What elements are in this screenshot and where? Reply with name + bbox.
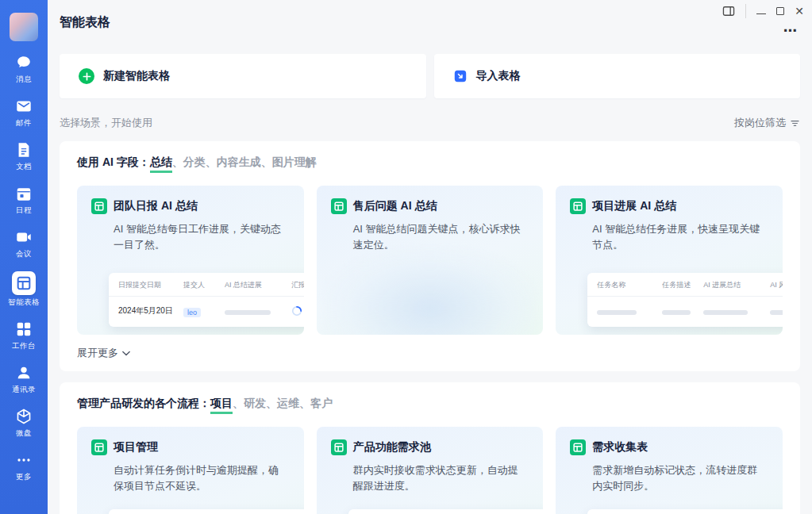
import-table-button[interactable]: 导入表格: [434, 54, 801, 98]
scene-bar: 选择场景，开始使用 按岗位筛选: [60, 116, 800, 130]
tag-rd[interactable]: 研发: [244, 397, 266, 411]
sidebar-item-messages[interactable]: 消息: [0, 53, 48, 85]
main-area: ✕ 智能表格 ⋯ 新建智能表格 导入表格 选择场景，开始使用 按岗位筛选: [48, 0, 812, 514]
tag-ops[interactable]: 运维: [277, 397, 299, 411]
tag-separator: 、: [172, 155, 183, 170]
tag-separator: 、: [261, 155, 272, 170]
card-description: AI 智能总结任务进展，快速呈现关键节点。: [592, 221, 765, 253]
smart-table-icon: [12, 271, 36, 295]
sidebar-item-mail[interactable]: 邮件: [0, 97, 48, 128]
sidebar-item-drive[interactable]: 微盘: [0, 407, 48, 439]
preview-date-cell: 2024年5月20日: [118, 305, 183, 316]
card-table-preview: [109, 509, 304, 514]
card-title: 项目管理: [114, 440, 158, 455]
scene-hint: 选择场景，开始使用: [60, 116, 152, 130]
card-description: 需求新增自动标记状态，流转进度群内实时同步。: [592, 462, 765, 494]
card-table-preview: 任务名称 任务描述 AI 进展总结 AI 风: [587, 273, 783, 327]
sidebar-item-meeting[interactable]: 会议: [0, 228, 48, 259]
card-row: 团队日报 AI 总结 AI 智能总结每日工作进展，关键动态一目了然。 日报提交日…: [77, 186, 783, 335]
tag-separator: 、: [266, 397, 277, 411]
import-table-label: 导入表格: [476, 69, 521, 83]
card-table-preview: [587, 509, 783, 514]
filter-by-role-button[interactable]: 按岗位筛选: [734, 116, 800, 130]
sidebar-item-docs[interactable]: 文档: [0, 140, 48, 172]
calendar-icon: [14, 184, 33, 203]
card-title: 需求收集表: [592, 440, 648, 455]
sidebar-item-contacts[interactable]: 通讯录: [0, 363, 48, 395]
window-panel-icon[interactable]: [722, 4, 735, 18]
section-heading: 使用 AI 字段： 总结 、 分类 、 内容生成 、 图片理解: [77, 155, 783, 173]
sidebar-item-more[interactable]: 更多: [0, 451, 48, 482]
heading-prefix: 使用 AI 字段：: [77, 155, 150, 170]
preview-progress-cell: [225, 304, 291, 318]
preview-bar-cell: [662, 304, 703, 318]
page-title: 智能表格: [60, 14, 110, 31]
sidebar-item-label: 工作台: [12, 341, 36, 351]
preview-header-cell: 日报提交日期: [118, 280, 183, 290]
tag-classify[interactable]: 分类: [183, 155, 206, 170]
preview-header-cell: 提交人: [183, 280, 225, 290]
tag-separator: 、: [233, 397, 244, 411]
scene-card-project-mgmt[interactable]: 项目管理 自动计算任务倒计时与逾期提醒，确保项目节点不延误。: [77, 427, 304, 514]
tag-separator: 、: [206, 155, 217, 170]
preview-bar-cell: [597, 304, 662, 318]
expand-more-label: 展开更多: [77, 346, 118, 360]
import-icon: [453, 69, 468, 83]
scene-card-daily-report[interactable]: 团队日报 AI 总结 AI 智能总结每日工作进展，关键动态一目了然。 日报提交日…: [77, 186, 304, 335]
heading-prefix: 管理产品研发的各个流程：: [77, 397, 210, 411]
ai-progress-spinner-icon: [291, 305, 304, 316]
tag-content-gen[interactable]: 内容生成: [217, 155, 261, 170]
scene-card-requirement-collect[interactable]: 需求收集表 需求新增自动标记状态，流转进度群内实时同步。: [556, 427, 783, 514]
section-rd-flows: 管理产品研发的各个流程： 项目 、 研发 、 运维 、 客户 项目管理 自动计算…: [60, 382, 800, 514]
filter-label: 按岗位筛选: [734, 116, 786, 130]
preview-header-cell: AI 风: [770, 280, 783, 290]
sidebar-item-label: 邮件: [16, 118, 32, 128]
new-smart-table-button[interactable]: 新建智能表格: [60, 54, 426, 98]
card-description: 群内实时接收需求状态更新，自动提醒跟进进度。: [353, 462, 526, 494]
contacts-icon: [14, 363, 33, 382]
maximize-icon[interactable]: [776, 7, 784, 15]
preview-submitter-cell: leo: [183, 304, 225, 318]
tag-summary[interactable]: 总结: [150, 155, 172, 173]
app-sidebar: 消息 邮件 文档 日程 会议 智能表格 工作台: [0, 0, 48, 514]
sidebar-item-label: 通讯录: [12, 385, 36, 395]
submitter-chip: leo: [183, 308, 201, 317]
card-title: 产品功能需求池: [353, 440, 431, 455]
tag-project[interactable]: 项目: [210, 397, 233, 414]
preview-header-cell: 任务名称: [597, 280, 662, 290]
close-icon[interactable]: ✕: [795, 4, 804, 18]
tag-separator: 、: [299, 397, 310, 411]
preview-blur: [325, 247, 536, 335]
section-heading: 管理产品研发的各个流程： 项目 、 研发 、 运维 、 客户: [77, 397, 783, 414]
drive-icon: [14, 407, 33, 426]
sidebar-item-label: 微盘: [16, 428, 32, 439]
scene-card-aftersales[interactable]: 售后问题 AI 总结 AI 智能总结问题关键点，核心诉求快速定位。: [317, 186, 544, 335]
tag-customer[interactable]: 客户: [310, 397, 333, 411]
window-controls: ✕: [722, 4, 804, 18]
preview-header-cell: AI 进展总结: [703, 280, 770, 290]
scene-card-project-progress[interactable]: 项目进展 AI 总结 AI 智能总结任务进展，快速呈现关键节点。 任务名称 任务…: [556, 186, 783, 335]
card-title: 项目进展 AI 总结: [592, 199, 676, 213]
card-title: 团队日报 AI 总结: [114, 199, 198, 213]
minimize-icon[interactable]: [756, 13, 766, 14]
sidebar-item-label: 更多: [16, 472, 32, 482]
user-avatar[interactable]: [10, 13, 38, 41]
card-description: 自动计算任务倒计时与逾期提醒，确保项目节点不延误。: [114, 462, 287, 494]
new-smart-table-label: 新建智能表格: [103, 69, 170, 83]
more-options-button[interactable]: ⋯: [783, 22, 798, 39]
sidebar-item-calendar[interactable]: 日程: [0, 184, 48, 216]
section-ai-fields: 使用 AI 字段： 总结 、 分类 、 内容生成 、 图片理解 团队日报 AI …: [60, 141, 800, 371]
table-icon: [331, 439, 347, 455]
chat-icon: [14, 53, 33, 72]
card-description: AI 智能总结每日工作进展，关键动态一目了然。: [114, 221, 287, 253]
workbench-icon: [14, 320, 33, 339]
sidebar-item-smart-table[interactable]: 智能表格: [0, 271, 48, 308]
table-icon: [570, 439, 586, 455]
window-controls-divider: [745, 4, 746, 18]
scene-card-feature-pool[interactable]: 产品功能需求池 群内实时接收需求状态更新，自动提醒跟进进度。: [317, 427, 544, 514]
expand-more-button[interactable]: 展开更多: [77, 346, 130, 360]
tag-image-understand[interactable]: 图片理解: [272, 155, 317, 170]
table-icon: [91, 198, 107, 214]
sidebar-item-workbench[interactable]: 工作台: [0, 320, 48, 351]
document-icon: [14, 140, 33, 159]
